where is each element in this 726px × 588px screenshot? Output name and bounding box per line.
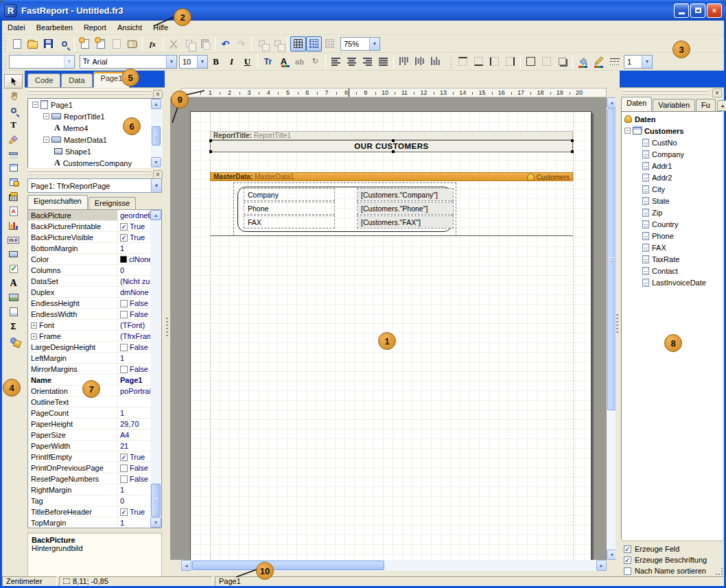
property-row-largedesignheight[interactable]: LargeDesignHeightFalse: [28, 342, 161, 353]
memo-field-company[interactable]: [Customers."Company"]: [358, 189, 453, 200]
memo-field-fax[interactable]: [Customers."FAX"]: [358, 216, 453, 228]
collapse-icon[interactable]: −: [43, 113, 49, 119]
chevron-down-icon[interactable]: ▼: [642, 56, 652, 68]
insert-richtext-button[interactable]: A: [4, 204, 23, 218]
cut-button[interactable]: [165, 36, 181, 51]
insert-data-object-button[interactable]: [4, 175, 23, 189]
field-item-addr2[interactable]: Addr2: [622, 172, 722, 183]
menu-ansicht[interactable]: Ansicht: [112, 22, 148, 33]
highlight-button[interactable]: ab: [292, 54, 307, 69]
property-row-endlessheight[interactable]: EndlessHeightFalse: [28, 298, 161, 309]
report-title-memo[interactable]: OUR CUSTOMERS: [210, 140, 573, 152]
frame-left-button[interactable]: [487, 54, 502, 69]
property-row-outlinetext[interactable]: OutlineText: [28, 397, 161, 408]
insert-sum-button[interactable]: Σ: [4, 319, 23, 333]
open-report-button[interactable]: [25, 36, 40, 51]
new-report-button[interactable]: [9, 36, 25, 51]
tree-item-customerscompany[interactable]: ACustomersCompany: [28, 157, 161, 168]
checkbox-icon[interactable]: [120, 311, 128, 318]
align-bottom-button[interactable]: [428, 54, 443, 69]
property-row-bottommargin[interactable]: BottomMargin1: [28, 243, 161, 254]
chevron-down-icon[interactable]: ▼: [369, 38, 379, 50]
line-style-button[interactable]: [607, 54, 622, 69]
checkbox-icon[interactable]: [120, 366, 128, 373]
checkbox-icon[interactable]: [120, 475, 128, 483]
chevron-down-icon[interactable]: ▼: [166, 56, 176, 68]
insert-chart-button[interactable]: [4, 218, 23, 233]
checkbox-icon[interactable]: [120, 464, 128, 472]
frame-bottom-button[interactable]: [471, 54, 487, 69]
fill-color-button[interactable]: [575, 54, 591, 69]
redo-button[interactable]: ↷: [233, 36, 249, 51]
font-size-combobox[interactable]: 10 ▼: [179, 55, 208, 69]
align-middle-button[interactable]: [412, 54, 428, 69]
undo-button[interactable]: ↶: [218, 36, 233, 51]
menu-hilfe[interactable]: Hilfe: [148, 22, 174, 33]
property-row-papersize[interactable]: PaperSizeA4: [28, 430, 161, 440]
page-settings-button[interactable]: [124, 36, 140, 51]
property-row-topmargin[interactable]: TopMargin1: [28, 517, 161, 528]
property-row-columns[interactable]: Columns0: [28, 265, 161, 276]
new-dialog-button[interactable]: [93, 36, 108, 51]
zoom-combobox[interactable]: 75% ▼: [340, 37, 380, 51]
tree-item-memo4[interactable]: AMemo4: [28, 122, 161, 134]
select-tool[interactable]: [4, 74, 23, 89]
master-data-band-header[interactable]: MasterData: MasterData1 Customers: [210, 172, 573, 181]
chevron-down-icon[interactable]: ▼: [151, 179, 161, 192]
script-button[interactable]: fx: [145, 36, 161, 51]
pane-grab-bar[interactable]: [622, 89, 709, 96]
delete-page-button[interactable]: [108, 36, 124, 51]
property-row-color[interactable]: ColorclNone: [28, 254, 161, 265]
expand-icon[interactable]: +: [31, 322, 37, 329]
scroll-up-icon[interactable]: ▲: [150, 210, 161, 220]
dataset-item-customers[interactable]: − Customers: [622, 125, 722, 137]
property-row-titlebeforeheader[interactable]: TitleBeforeHeader✓True: [28, 506, 161, 517]
align-justify-button[interactable]: [375, 54, 391, 69]
frame-shadow-button[interactable]: [554, 54, 570, 69]
property-row-endlesswidth[interactable]: EndlessWidthFalse: [28, 309, 161, 320]
collapse-icon[interactable]: −: [43, 137, 49, 143]
rotation-button[interactable]: ↻: [307, 54, 323, 69]
font-color-button[interactable]: A: [276, 54, 292, 69]
scroll-left-icon[interactable]: ◄: [181, 560, 191, 571]
paste-button[interactable]: [197, 36, 213, 51]
align-center-button[interactable]: [344, 54, 360, 69]
frame-right-button[interactable]: [502, 54, 518, 69]
property-row-paperwidth[interactable]: PaperWidth21: [28, 440, 161, 451]
scrollbar-thumb[interactable]: [152, 126, 161, 145]
option-erzeuge-beschriftung[interactable]: ✓Erzeuge Beschriftung: [622, 554, 721, 565]
align-to-grid-button[interactable]: [306, 36, 322, 51]
field-item-addr1[interactable]: Addr1: [622, 160, 722, 172]
style-combobox[interactable]: ▼: [9, 55, 75, 69]
checkbox-icon[interactable]: ✓: [120, 508, 128, 516]
checkbox-icon[interactable]: ✓: [120, 454, 128, 461]
field-item-lastinvoicedate[interactable]: LastInvoiceDate: [622, 277, 722, 288]
property-row-duplex[interactable]: DuplexdmNone: [28, 287, 161, 298]
field-item-taxrate[interactable]: TaxRate: [622, 253, 722, 265]
insert-checkbox-button[interactable]: [4, 261, 23, 276]
scroll-down-icon[interactable]: ▼: [151, 157, 161, 167]
left-splitter[interactable]: [165, 71, 170, 576]
bold-button[interactable]: B: [208, 54, 224, 69]
expand-icon[interactable]: +: [31, 333, 37, 340]
checkbox-icon[interactable]: [120, 344, 128, 351]
data-root-item[interactable]: Daten: [622, 113, 722, 125]
memo-field-phone[interactable]: [Customers."Phone"]: [358, 202, 453, 214]
scroll-down-icon[interactable]: ▼: [150, 517, 161, 528]
insert-band-button[interactable]: [4, 146, 23, 161]
format-painter-tool[interactable]: [4, 132, 23, 146]
property-row-paperheight[interactable]: PaperHeight29,70: [28, 419, 161, 430]
option-nach-name-sortieren[interactable]: Nach Name sortieren: [622, 565, 721, 576]
menu-bearbeiten[interactable]: Bearbeiten: [31, 22, 78, 33]
tab-scroll-left-icon[interactable]: ◄: [717, 100, 726, 111]
tab-ereignisse[interactable]: Ereignisse: [89, 197, 136, 209]
tab-eigenschaften[interactable]: Eigenschaften: [27, 195, 88, 209]
insert-subreport-button[interactable]: [4, 305, 23, 319]
property-row-rightmargin[interactable]: RightMargin1: [28, 484, 161, 495]
ungroup-button[interactable]: [270, 36, 285, 51]
checkbox-icon[interactable]: [624, 567, 631, 575]
frame-all-button[interactable]: [523, 54, 539, 69]
checkbox-icon[interactable]: ✓: [624, 545, 631, 553]
field-item-phone[interactable]: Phone: [622, 230, 722, 242]
checkbox-icon[interactable]: ✓: [120, 223, 128, 231]
